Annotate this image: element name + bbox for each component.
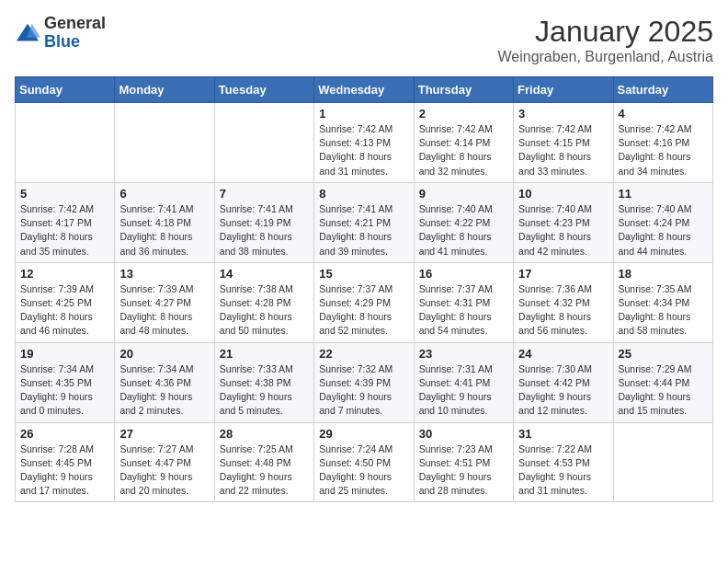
calendar-cell: 14Sunrise: 7:38 AMSunset: 4:28 PMDayligh… <box>214 262 313 342</box>
day-info: Sunrise: 7:42 AMSunset: 4:17 PMDaylight:… <box>20 202 109 259</box>
day-info: Sunrise: 7:35 AMSunset: 4:34 PMDaylight:… <box>619 282 708 339</box>
day-number: 17 <box>518 267 608 281</box>
day-info: Sunrise: 7:42 AMSunset: 4:16 PMDaylight:… <box>619 122 708 178</box>
day-number: 28 <box>220 427 309 441</box>
calendar-cell: 24Sunrise: 7:30 AMSunset: 4:42 PMDayligh… <box>514 342 613 422</box>
calendar-header-saturday: Saturday <box>613 77 712 103</box>
calendar-cell: 3Sunrise: 7:42 AMSunset: 4:15 PMDaylight… <box>514 103 613 183</box>
day-number: 21 <box>220 347 309 361</box>
day-info: Sunrise: 7:38 AMSunset: 4:28 PMDaylight:… <box>220 282 309 339</box>
calendar-cell: 2Sunrise: 7:42 AMSunset: 4:14 PMDaylight… <box>414 103 513 183</box>
day-info: Sunrise: 7:34 AMSunset: 4:36 PMDaylight:… <box>119 362 209 419</box>
calendar-cell: 31Sunrise: 7:22 AMSunset: 4:53 PMDayligh… <box>514 422 613 502</box>
day-number: 25 <box>619 347 708 361</box>
day-number: 15 <box>319 267 408 281</box>
calendar-cell: 1Sunrise: 7:42 AMSunset: 4:13 PMDaylight… <box>314 103 414 183</box>
calendar-cell: 7Sunrise: 7:41 AMSunset: 4:19 PMDaylight… <box>214 182 313 262</box>
day-number: 14 <box>220 267 309 281</box>
title-block: January 2025 Weingraben, Burgenland, Aus… <box>497 15 713 65</box>
day-number: 11 <box>619 187 708 201</box>
day-info: Sunrise: 7:37 AMSunset: 4:31 PMDaylight:… <box>419 282 508 339</box>
calendar-cell: 28Sunrise: 7:25 AMSunset: 4:48 PMDayligh… <box>214 422 313 502</box>
day-info: Sunrise: 7:41 AMSunset: 4:18 PMDaylight:… <box>119 202 209 259</box>
calendar-cell: 9Sunrise: 7:40 AMSunset: 4:22 PMDaylight… <box>414 182 513 262</box>
calendar-cell: 29Sunrise: 7:24 AMSunset: 4:50 PMDayligh… <box>314 422 414 502</box>
day-number: 8 <box>319 187 408 201</box>
calendar-header-friday: Friday <box>514 77 613 103</box>
calendar-cell: 27Sunrise: 7:27 AMSunset: 4:47 PMDayligh… <box>115 422 214 502</box>
calendar-cell: 16Sunrise: 7:37 AMSunset: 4:31 PMDayligh… <box>414 262 513 342</box>
day-number: 19 <box>20 347 109 361</box>
day-info: Sunrise: 7:24 AMSunset: 4:50 PMDaylight:… <box>319 442 408 499</box>
calendar-cell <box>214 103 313 183</box>
calendar-cell: 30Sunrise: 7:23 AMSunset: 4:51 PMDayligh… <box>414 422 513 502</box>
day-number: 24 <box>518 347 608 361</box>
day-info: Sunrise: 7:41 AMSunset: 4:21 PMDaylight:… <box>319 202 408 259</box>
calendar-cell: 8Sunrise: 7:41 AMSunset: 4:21 PMDaylight… <box>314 182 414 262</box>
day-number: 4 <box>619 107 708 121</box>
day-number: 31 <box>518 427 608 441</box>
day-info: Sunrise: 7:29 AMSunset: 4:44 PMDaylight:… <box>619 362 708 419</box>
day-number: 18 <box>619 267 708 281</box>
day-info: Sunrise: 7:36 AMSunset: 4:32 PMDaylight:… <box>518 282 608 339</box>
day-info: Sunrise: 7:23 AMSunset: 4:51 PMDaylight:… <box>419 442 508 499</box>
day-number: 23 <box>419 347 508 361</box>
calendar-header-wednesday: Wednesday <box>314 77 414 103</box>
day-number: 30 <box>419 427 508 441</box>
calendar-cell <box>115 103 214 183</box>
day-number: 6 <box>119 187 209 201</box>
day-info: Sunrise: 7:42 AMSunset: 4:14 PMDaylight:… <box>419 122 508 178</box>
calendar-header-sunday: Sunday <box>16 77 115 103</box>
day-info: Sunrise: 7:39 AMSunset: 4:27 PMDaylight:… <box>119 282 209 339</box>
day-number: 26 <box>20 427 109 441</box>
logo-blue: Blue <box>44 33 106 52</box>
calendar-cell: 26Sunrise: 7:28 AMSunset: 4:45 PMDayligh… <box>16 422 115 502</box>
calendar-week-row: 5Sunrise: 7:42 AMSunset: 4:17 PMDaylight… <box>16 182 713 262</box>
calendar-cell: 13Sunrise: 7:39 AMSunset: 4:27 PMDayligh… <box>115 262 214 342</box>
day-info: Sunrise: 7:27 AMSunset: 4:47 PMDaylight:… <box>119 442 209 499</box>
calendar-cell: 21Sunrise: 7:33 AMSunset: 4:38 PMDayligh… <box>214 342 313 422</box>
day-info: Sunrise: 7:22 AMSunset: 4:53 PMDaylight:… <box>518 442 608 499</box>
logo-icon <box>15 20 40 46</box>
month-title: January 2025 <box>497 15 713 49</box>
calendar-header-thursday: Thursday <box>414 77 513 103</box>
calendar-week-row: 1Sunrise: 7:42 AMSunset: 4:13 PMDaylight… <box>16 103 713 183</box>
calendar-header-row: SundayMondayTuesdayWednesdayThursdayFrid… <box>16 77 713 103</box>
day-info: Sunrise: 7:30 AMSunset: 4:42 PMDaylight:… <box>518 362 608 419</box>
day-number: 12 <box>20 267 109 281</box>
day-info: Sunrise: 7:28 AMSunset: 4:45 PMDaylight:… <box>20 442 109 499</box>
calendar-week-row: 12Sunrise: 7:39 AMSunset: 4:25 PMDayligh… <box>16 262 713 342</box>
calendar-cell: 19Sunrise: 7:34 AMSunset: 4:35 PMDayligh… <box>16 342 115 422</box>
location-title: Weingraben, Burgenland, Austria <box>497 49 713 65</box>
calendar-cell: 23Sunrise: 7:31 AMSunset: 4:41 PMDayligh… <box>414 342 513 422</box>
day-info: Sunrise: 7:33 AMSunset: 4:38 PMDaylight:… <box>220 362 309 419</box>
calendar-cell: 11Sunrise: 7:40 AMSunset: 4:24 PMDayligh… <box>613 182 712 262</box>
day-info: Sunrise: 7:31 AMSunset: 4:41 PMDaylight:… <box>419 362 508 419</box>
calendar-cell: 6Sunrise: 7:41 AMSunset: 4:18 PMDaylight… <box>115 182 214 262</box>
day-number: 27 <box>119 427 209 441</box>
calendar-cell: 5Sunrise: 7:42 AMSunset: 4:17 PMDaylight… <box>16 182 115 262</box>
day-number: 13 <box>119 267 209 281</box>
calendar-cell: 17Sunrise: 7:36 AMSunset: 4:32 PMDayligh… <box>514 262 613 342</box>
calendar-cell <box>16 103 115 183</box>
calendar-cell: 15Sunrise: 7:37 AMSunset: 4:29 PMDayligh… <box>314 262 414 342</box>
day-info: Sunrise: 7:37 AMSunset: 4:29 PMDaylight:… <box>319 282 408 339</box>
calendar-header-tuesday: Tuesday <box>214 77 313 103</box>
logo: General Blue <box>15 15 106 52</box>
day-info: Sunrise: 7:25 AMSunset: 4:48 PMDaylight:… <box>220 442 309 499</box>
day-number: 2 <box>419 107 508 121</box>
day-info: Sunrise: 7:40 AMSunset: 4:22 PMDaylight:… <box>419 202 508 259</box>
calendar-week-row: 19Sunrise: 7:34 AMSunset: 4:35 PMDayligh… <box>16 342 713 422</box>
day-number: 3 <box>518 107 608 121</box>
day-info: Sunrise: 7:42 AMSunset: 4:15 PMDaylight:… <box>518 122 608 178</box>
calendar-cell: 22Sunrise: 7:32 AMSunset: 4:39 PMDayligh… <box>314 342 414 422</box>
day-info: Sunrise: 7:40 AMSunset: 4:23 PMDaylight:… <box>518 202 608 259</box>
calendar-header-monday: Monday <box>115 77 214 103</box>
day-number: 7 <box>220 187 309 201</box>
calendar-cell: 25Sunrise: 7:29 AMSunset: 4:44 PMDayligh… <box>613 342 712 422</box>
day-number: 20 <box>119 347 209 361</box>
day-info: Sunrise: 7:32 AMSunset: 4:39 PMDaylight:… <box>319 362 408 419</box>
calendar-cell <box>613 422 712 502</box>
day-number: 29 <box>319 427 408 441</box>
calendar-cell: 12Sunrise: 7:39 AMSunset: 4:25 PMDayligh… <box>16 262 115 342</box>
